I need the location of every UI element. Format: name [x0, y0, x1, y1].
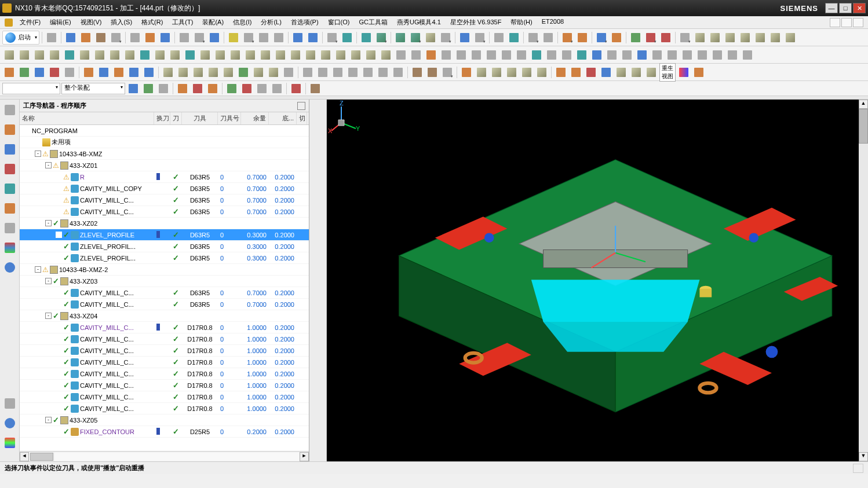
tb1-btn-7[interactable] [158, 31, 172, 45]
rail-history-button[interactable] [3, 241, 17, 255]
tb2-btn-6[interactable] [93, 48, 107, 62]
menu-item-10[interactable]: 窗口(O) [323, 17, 355, 28]
tb2-btn-42[interactable] [635, 48, 649, 62]
tree-row-0[interactable]: NC_PROGRAM [20, 125, 309, 137]
tb1-btn-30[interactable] [541, 31, 555, 45]
expand-toggle[interactable]: - [45, 278, 52, 284]
tb3-btn-11[interactable] [176, 65, 190, 79]
tree-row-2[interactable]: -⚠ 10433-4B-XMZ [20, 148, 309, 160]
col-cut[interactable]: 切 [297, 112, 307, 124]
tb2-btn-20[interactable] [304, 48, 318, 62]
expand-toggle[interactable]: - [35, 266, 41, 273]
rail-settings-button[interactable] [3, 103, 17, 117]
tree-row-24[interactable]: ✓ CAVITY_MILL_C... ✓ D17R0.8 0 1.0000 0.… [20, 403, 309, 414]
tb3-btn-16[interactable] [251, 65, 265, 79]
maximize-button[interactable]: □ [839, 3, 852, 13]
tb3-btn-9[interactable] [142, 65, 156, 79]
tb3-btn-1[interactable] [17, 65, 31, 79]
col-tool-short[interactable]: 刀 [170, 112, 182, 124]
tb2-btn-19[interactable] [289, 48, 302, 62]
tree-row-19[interactable]: ✓ CAVITY_MILL_C... ✓ D17R0.8 0 1.0000 0.… [20, 345, 309, 357]
tb2-btn-3[interactable] [48, 48, 61, 62]
tb1-btn-32[interactable] [575, 31, 589, 45]
tb2-btn-34[interactable] [515, 48, 528, 62]
tb1-btn-10[interactable] [207, 31, 221, 45]
tb4-btn-4[interactable] [191, 82, 205, 96]
col-bottom[interactable]: 底... [269, 112, 297, 124]
vscroll-thumb[interactable] [859, 109, 868, 144]
tree-body[interactable]: NC_PROGRAM 未用项 -⚠ 10433-4B-XMZ [20, 125, 309, 451]
tb1-btn-5[interactable] [128, 31, 142, 45]
tb2-btn-44[interactable] [665, 48, 679, 62]
tb2-btn-45[interactable] [680, 48, 694, 62]
tb1-btn-36[interactable] [644, 31, 658, 45]
tb3-btn-29[interactable] [459, 65, 473, 79]
tb2-btn-36[interactable] [545, 48, 559, 62]
rail-operation-nav-button[interactable] [3, 123, 17, 137]
tb1-btn-11[interactable] [227, 31, 240, 45]
tb3-btn-4[interactable] [63, 65, 76, 79]
tb3-color-btn[interactable] [677, 65, 691, 79]
filter-combo[interactable] [2, 83, 60, 94]
tb2-btn-49[interactable] [741, 48, 754, 62]
tree-row-6[interactable]: ⚠ CAVITY_MILL_C... ✓ D63R5 0 0.7000 0.20… [20, 195, 309, 206]
tb1-btn-19[interactable] [359, 31, 373, 45]
tb2-btn-5[interactable] [78, 48, 92, 62]
tb4-btn-6[interactable] [225, 82, 239, 96]
hscroll-left-button[interactable]: ◄ [20, 452, 29, 461]
tb1-btn-31[interactable] [560, 31, 574, 45]
tb2-btn-48[interactable] [725, 48, 739, 62]
start-button[interactable]: 启动 [2, 31, 39, 45]
tb1-btn-40[interactable] [708, 31, 722, 45]
tb2-btn-1[interactable] [17, 48, 31, 62]
tb3-btn-10[interactable] [161, 65, 175, 79]
tb2-btn-35[interactable] [530, 48, 544, 62]
tb3-btn-32[interactable] [505, 65, 519, 79]
tb2-btn-32[interactable] [484, 48, 498, 62]
menu-item-2[interactable]: 视图(V) [76, 17, 107, 28]
tb2-btn-13[interactable] [198, 48, 212, 62]
tb2-btn-43[interactable] [650, 48, 664, 62]
tb2-btn-18[interactable] [273, 48, 287, 62]
tree-row-21[interactable]: ✓ CAVITY_MILL_C... ✓ D17R0.8 0 1.0000 0.… [20, 368, 309, 380]
tb2-btn-7[interactable] [108, 48, 122, 62]
vscroll-down-button[interactable]: ▼ [859, 452, 868, 461]
tb3-btn-20[interactable] [316, 65, 330, 79]
tb2-btn-38[interactable] [575, 48, 589, 62]
tb1-btn-3[interactable] [94, 31, 108, 45]
tb2-btn-41[interactable] [620, 48, 634, 62]
tb4-btn-9[interactable] [270, 82, 284, 96]
tb2-btn-40[interactable] [605, 48, 619, 62]
mdi-restore-button[interactable] [841, 18, 852, 27]
tb1-btn-17[interactable] [325, 31, 339, 45]
tb1-btn-4[interactable] [109, 31, 123, 45]
tb4-btn-5[interactable] [206, 82, 220, 96]
tb2-btn-37[interactable] [560, 48, 574, 62]
menu-item-11[interactable]: GC工具箱 [354, 17, 392, 28]
menu-item-8[interactable]: 分析(L) [256, 17, 286, 28]
tree-row-17[interactable]: ✓ CAVITY_MILL_C... ✓ D17R0.8 0 1.0000 0.… [20, 322, 309, 333]
col-tool[interactable]: 刀具 [182, 112, 218, 124]
tb3-btn-12[interactable] [191, 65, 205, 79]
tb1-btn-41[interactable] [723, 31, 737, 45]
menu-item-4[interactable]: 格式(R) [137, 17, 167, 28]
tb3-btn-37[interactable] [584, 65, 598, 79]
tb1-btn-14[interactable] [272, 31, 286, 45]
tb3-btn-39[interactable] [614, 65, 628, 79]
tb1-btn-15[interactable] [291, 31, 305, 45]
tb3-btn-23[interactable] [361, 65, 375, 79]
tb3-btn-5[interactable] [82, 65, 96, 79]
tb1-btn-22[interactable] [409, 31, 422, 45]
tb2-btn-27[interactable] [409, 48, 423, 62]
mdi-minimize-button[interactable] [830, 18, 840, 27]
tb2-btn-46[interactable] [695, 48, 709, 62]
vscroll-up-button[interactable]: ▲ [859, 100, 868, 109]
tb2-btn-25[interactable] [379, 48, 393, 62]
menu-item-9[interactable]: 首选项(P) [286, 17, 323, 28]
tb1-btn-34[interactable] [610, 31, 623, 45]
tb1-btn-1[interactable] [64, 31, 78, 45]
tb1-btn-43[interactable] [753, 31, 767, 45]
tb3-btn-14[interactable] [221, 65, 235, 79]
tb2-btn-8[interactable] [123, 48, 137, 62]
tb1-btn-35[interactable] [629, 31, 643, 45]
